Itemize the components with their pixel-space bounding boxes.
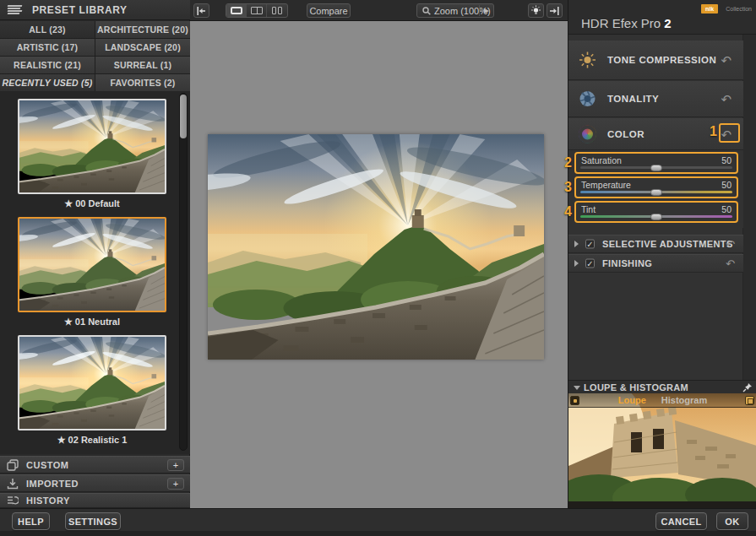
view-side-by-side-button[interactable]: [267, 4, 287, 17]
app-title-bar: nik Collection HDR Efex Pro 2: [568, 0, 756, 35]
section-tonality[interactable]: TONALITY ↶: [568, 81, 743, 117]
collapse-left-panel-button[interactable]: [193, 3, 209, 18]
finishing-reset-button[interactable]: ↶: [726, 257, 735, 270]
annotation-number-3: 3: [564, 180, 572, 195]
tint-label: Tint: [581, 204, 596, 214]
custom-group-header[interactable]: CUSTOM +: [0, 456, 190, 474]
finishing-label: FINISHING: [602, 258, 652, 268]
tint-slider[interactable]: Tint 50: [574, 201, 738, 223]
section-selective-adjustments[interactable]: ✓ SELECTIVE ADJUSTMENTS ↶: [568, 235, 743, 253]
tint-handle[interactable]: [650, 214, 662, 220]
preset-item-neutral[interactable]: ★ 01 Neutral: [18, 217, 166, 328]
top-toolbar: Compare Zoom (100%) ▶: [190, 0, 568, 21]
bottom-bar: HELP SETTINGS CANCEL OK: [0, 508, 756, 536]
loupe-preview-image[interactable]: [568, 393, 756, 508]
preset-category-tabs: ALL (23) ARCHITECTURE (20) ARTISTIC (17)…: [0, 21, 190, 91]
zoom-control[interactable]: Zoom (100%) ▶: [416, 3, 494, 18]
image-canvas[interactable]: [190, 21, 568, 508]
custom-add-button[interactable]: +: [167, 459, 184, 471]
history-group-label: HISTORY: [26, 495, 70, 506]
preset-item-default[interactable]: ★ 00 Default: [18, 99, 166, 209]
magnifier-icon: [422, 7, 431, 15]
collapse-right-icon: [550, 7, 559, 15]
tab-recently-used[interactable]: RECENTLY USED (5): [0, 74, 95, 91]
expand-triangle-icon[interactable]: [574, 241, 579, 247]
tab-architecture[interactable]: ARCHITECTURE (20): [95, 21, 190, 38]
temperature-slider[interactable]: Temperature 50: [574, 176, 738, 198]
tab-all[interactable]: ALL (23): [0, 21, 95, 38]
preset-label: ★ 01 Neutral: [18, 317, 166, 328]
loupe-tab-bar: Loupe Histogram: [568, 393, 756, 408]
adjustments-panel: nik Collection HDR Efex Pro 2 TONE COMPR…: [568, 0, 756, 508]
tab-realistic[interactable]: REALISTIC (21): [0, 57, 95, 73]
preset-thumbnail[interactable]: [18, 99, 166, 194]
aperture-icon: [579, 90, 596, 108]
saturation-handle[interactable]: [650, 165, 662, 171]
loupe-zoom-point-icon[interactable]: [570, 396, 579, 405]
annotation-box-1: [719, 123, 740, 143]
imported-group-header[interactable]: IMPORTED +: [0, 474, 190, 492]
view-split-button[interactable]: [247, 4, 267, 17]
settings-button[interactable]: SETTINGS: [65, 512, 121, 530]
tab-artistic[interactable]: ARTISTIC (17): [0, 39, 95, 56]
preset-thumbnail[interactable]: [18, 335, 166, 430]
section-tone-compression[interactable]: TONE COMPRESSION ↶: [568, 41, 743, 80]
history-group-header[interactable]: HISTORY: [0, 493, 190, 508]
side-by-side-icon: [272, 7, 282, 14]
imported-add-button[interactable]: +: [167, 478, 184, 490]
view-mode-buttons: [226, 3, 288, 18]
tone-compression-label: TONE COMPRESSION: [607, 55, 716, 65]
main-preview-image[interactable]: [208, 134, 544, 360]
saturation-slider[interactable]: Saturation 50: [574, 152, 738, 174]
tab-surreal[interactable]: SURREAL (1): [95, 57, 190, 73]
tab-histogram[interactable]: Histogram: [661, 395, 707, 405]
preset-thumbnail-selected[interactable]: [18, 217, 166, 312]
annotation-number-1: 1: [710, 124, 717, 139]
zoom-dropdown-arrow-icon[interactable]: ▶: [484, 7, 489, 14]
help-button[interactable]: HELP: [12, 512, 50, 530]
annotation-number-4: 4: [564, 204, 572, 219]
tone-compression-reset-button[interactable]: ↶: [721, 54, 732, 67]
section-finishing[interactable]: ✓ FINISHING ↶: [568, 254, 743, 273]
loupe-histogram-header[interactable]: LOUPE & HISTOGRAM: [568, 380, 756, 393]
compare-button[interactable]: Compare: [307, 3, 351, 18]
color-wheel-icon: [579, 125, 596, 143]
preset-list-scrollbar-thumb[interactable]: [180, 95, 187, 138]
color-label: COLOR: [607, 129, 645, 139]
temperature-handle[interactable]: [650, 189, 662, 196]
menu-icon[interactable]: [8, 5, 22, 15]
sun-icon: [579, 51, 596, 69]
tab-landscape[interactable]: LANDSCAPE (20): [95, 39, 190, 56]
cancel-button[interactable]: CANCEL: [655, 512, 707, 530]
loupe-detach-icon[interactable]: [745, 396, 754, 405]
collapse-right-panel-button[interactable]: [547, 3, 563, 18]
zoom-label: Zoom (100%): [434, 6, 491, 16]
custom-group-label: CUSTOM: [26, 460, 68, 470]
ok-button[interactable]: OK: [716, 512, 748, 530]
tab-favorites[interactable]: FAVORITES (2): [95, 74, 190, 91]
finishing-checkbox[interactable]: ✓: [585, 259, 595, 268]
selective-adjustments-label: SELECTIVE ADJUSTMENTS: [602, 239, 733, 249]
preset-list: ★ 00 Default ★ 01 Neutral ★ 02 Realistic…: [0, 91, 190, 454]
history-icon: [7, 495, 19, 506]
preset-list-scrollbar[interactable]: [179, 93, 188, 451]
adjustments-scrollbar-gutter[interactable]: [742, 35, 756, 380]
selective-adjustments-reset-button[interactable]: ↶: [726, 238, 735, 251]
background-color-button[interactable]: [528, 3, 544, 18]
single-view-icon: [231, 7, 242, 14]
saturation-value: 50: [721, 155, 732, 165]
preset-item-realistic1[interactable]: ★ 02 Realistic 1: [18, 335, 166, 446]
pin-icon[interactable]: [742, 382, 753, 393]
color-sliders: Saturation 50 Temperature 50 Tint 50: [568, 150, 743, 228]
collapse-left-icon: [197, 7, 206, 15]
view-single-button[interactable]: [226, 4, 247, 17]
tonality-reset-button[interactable]: ↶: [721, 93, 732, 106]
selective-adjustments-checkbox[interactable]: ✓: [585, 240, 595, 249]
lightbulb-icon: [530, 5, 541, 16]
expand-triangle-icon[interactable]: [574, 260, 579, 267]
split-view-icon: [251, 7, 263, 14]
collapse-triangle-icon[interactable]: [574, 386, 580, 390]
temperature-value: 50: [721, 180, 732, 190]
tab-loupe[interactable]: Loupe: [618, 395, 646, 405]
preset-library-header[interactable]: PRESET LIBRARY: [0, 0, 190, 20]
